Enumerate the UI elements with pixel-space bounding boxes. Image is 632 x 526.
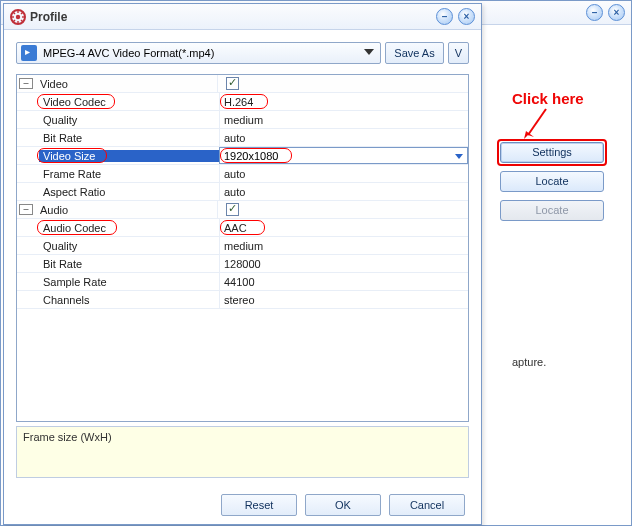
locate-button[interactable]: Locate [500, 171, 604, 192]
row-bitrate-video[interactable]: Bit Rate auto [17, 129, 468, 147]
main-window: – × ? Click here Settings Locate Locate … [0, 0, 632, 526]
row-bitrate-audio[interactable]: Bit Rate 128000 [17, 255, 468, 273]
label-bitrate-video: Bit Rate [39, 132, 219, 144]
profile-minimize-button[interactable]: – [436, 8, 453, 25]
label-quality-video: Quality [39, 114, 219, 126]
group-video[interactable]: – Video [17, 75, 468, 93]
format-select[interactable]: MPEG-4 AVC Video Format(*.mp4) [16, 42, 381, 64]
label-video-size: Video Size [39, 150, 219, 162]
profile-toolbar: MPEG-4 AVC Video Format(*.mp4) Save As V [16, 42, 469, 66]
app-logo-icon [10, 9, 26, 25]
main-close-button[interactable]: × [608, 4, 625, 21]
row-frame-rate[interactable]: Frame Rate auto [17, 165, 468, 183]
group-video-label: Video [36, 78, 217, 90]
row-video-codec[interactable]: Video Codec H.264 [17, 93, 468, 111]
chevron-down-icon [364, 49, 374, 55]
value-aspect-ratio[interactable]: auto [219, 183, 468, 200]
row-audio-codec[interactable]: Audio Codec AAC [17, 219, 468, 237]
click-here-annotation: Click here [512, 90, 584, 107]
row-quality-audio[interactable]: Quality medium [17, 237, 468, 255]
value-quality-video[interactable]: medium [219, 111, 468, 128]
svg-line-8 [13, 20, 15, 22]
ok-button[interactable]: OK [305, 494, 381, 516]
label-bitrate-audio: Bit Rate [39, 258, 219, 270]
label-quality-audio: Quality [39, 240, 219, 252]
group-audio[interactable]: – Audio [17, 201, 468, 219]
reset-button[interactable]: Reset [221, 494, 297, 516]
label-sample-rate: Sample Rate [39, 276, 219, 288]
row-aspect-ratio[interactable]: Aspect Ratio auto [17, 183, 468, 201]
label-channels: Channels [39, 294, 219, 306]
value-video-size[interactable]: 1920x1080 [219, 147, 468, 164]
value-channels[interactable]: stereo [219, 291, 468, 308]
svg-line-7 [21, 20, 23, 22]
svg-line-6 [13, 12, 15, 14]
group-audio-label: Audio [36, 204, 217, 216]
collapse-icon[interactable]: – [19, 78, 33, 89]
arrow-annotation-icon [516, 107, 556, 143]
value-video-codec[interactable]: H.264 [219, 93, 468, 110]
group-audio-value[interactable] [217, 201, 468, 218]
value-bitrate-audio[interactable]: 128000 [219, 255, 468, 272]
format-select-value: MPEG-4 AVC Video Format(*.mp4) [43, 47, 214, 59]
checkbox-checked-icon[interactable] [226, 77, 239, 90]
group-video-value[interactable] [217, 75, 468, 92]
profile-dialog: Profile – × MPEG-4 AVC Video Format(*.mp… [3, 3, 482, 525]
capture-text-fragment: apture. [512, 356, 546, 368]
property-grid[interactable]: – Video Video Codec H.264 Quality medium… [16, 74, 469, 422]
value-sample-rate[interactable]: 44100 [219, 273, 468, 290]
right-panel: Click here Settings Locate Locate apture… [481, 25, 631, 525]
cancel-button[interactable]: Cancel [389, 494, 465, 516]
settings-button[interactable]: Settings [500, 142, 604, 163]
label-video-codec: Video Codec [39, 96, 219, 108]
main-minimize-button[interactable]: – [586, 4, 603, 21]
label-aspect-ratio: Aspect Ratio [39, 186, 219, 198]
dialog-button-bar: Reset OK Cancel [4, 486, 481, 524]
profile-titlebar: Profile – × [4, 4, 481, 30]
profile-close-button[interactable]: × [458, 8, 475, 25]
locate-button-disabled: Locate [500, 200, 604, 221]
profile-title: Profile [30, 10, 67, 24]
property-description: Frame size (WxH) [16, 426, 469, 478]
checkbox-checked-icon[interactable] [226, 203, 239, 216]
label-frame-rate: Frame Rate [39, 168, 219, 180]
row-channels[interactable]: Channels stereo [17, 291, 468, 309]
v-button[interactable]: V [448, 42, 469, 64]
value-bitrate-video[interactable]: auto [219, 129, 468, 146]
format-icon [21, 45, 37, 61]
value-quality-audio[interactable]: medium [219, 237, 468, 254]
value-frame-rate[interactable]: auto [219, 165, 468, 182]
save-as-button[interactable]: Save As [385, 42, 443, 64]
row-video-size[interactable]: Video Size 1920x1080 [17, 147, 468, 165]
svg-line-9 [21, 12, 23, 14]
collapse-icon[interactable]: – [19, 204, 33, 215]
value-audio-codec[interactable]: AAC [219, 219, 468, 236]
row-sample-rate[interactable]: Sample Rate 44100 [17, 273, 468, 291]
svg-point-1 [16, 14, 20, 18]
row-quality-video[interactable]: Quality medium [17, 111, 468, 129]
label-audio-codec: Audio Codec [39, 222, 219, 234]
